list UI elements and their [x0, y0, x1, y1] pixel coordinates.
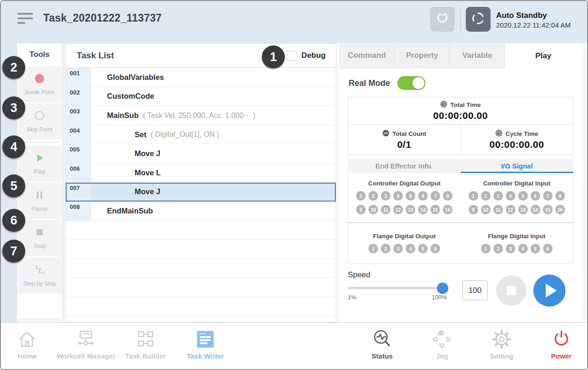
tab-variable[interactable]: Variable: [450, 43, 505, 68]
io-signal-indicator: 11: [493, 205, 503, 214]
task-row[interactable]: 001GlobalVariables: [66, 68, 336, 87]
header-bar: Task_20201222_113737 Auto Standby 2020.: [1, 1, 587, 43]
io-signal-indicator: 1: [356, 191, 366, 201]
play-run-button[interactable]: [533, 275, 565, 307]
callout-badge-5: 5: [2, 174, 25, 197]
io-signal-indicator: 4: [506, 191, 515, 201]
builder-icon: [111, 328, 180, 351]
speed-scale: 1% 100%: [348, 294, 447, 301]
gripper-tool-button[interactable]: [430, 7, 455, 32]
task-row-selected[interactable]: 007Move J: [66, 183, 336, 202]
tab-command[interactable]: Command: [339, 43, 395, 68]
debug-toggle[interactable]: Debug: [287, 50, 336, 61]
io-signal-indicator: 4: [406, 244, 415, 253]
step-by-step-button[interactable]: Step by Step: [17, 257, 62, 293]
task-list-title: Task List: [66, 50, 287, 61]
nav-jog[interactable]: Jog: [407, 328, 476, 360]
total-time-value: 00:00:00.00: [433, 110, 488, 121]
io-signal-box: Controller Digital Output123456789101112…: [348, 173, 573, 264]
robot-mode-label: Auto Standby: [496, 11, 571, 21]
nav-task-builder[interactable]: Task Builder: [111, 328, 180, 360]
tab-play[interactable]: Play: [505, 43, 582, 68]
debug-checkbox[interactable]: [287, 50, 297, 61]
task-row[interactable]: 003MainSub( Task Vel. 250.000, Acc. 1.00…: [66, 106, 336, 125]
task-row[interactable]: 005Move J: [66, 144, 336, 163]
counter-icon: 123: [382, 129, 390, 138]
row-number: 003: [66, 106, 91, 125]
io-signal-indicator: 4: [518, 244, 528, 253]
callout-badge-4: 4: [2, 135, 25, 158]
io-signal-indicator: 5: [518, 191, 528, 201]
toggle-knob: [413, 77, 424, 89]
io-signal-indicator: 10: [368, 205, 378, 214]
subtab-end-effector-info[interactable]: End Effector Info.: [348, 159, 461, 173]
speed-input[interactable]: [462, 280, 488, 300]
gripper-icon: [435, 11, 450, 28]
row-number: 002: [66, 87, 91, 106]
task-list-header: Task List Debug: [66, 44, 336, 68]
nav-status[interactable]: Status: [348, 328, 417, 360]
nav-label: Power: [527, 352, 588, 360]
stop-run-button[interactable]: [496, 275, 526, 306]
io-signal-indicator: 1: [481, 244, 491, 253]
io-signal-indicator: 5: [531, 244, 540, 253]
row-number: 001: [66, 68, 91, 87]
task-row[interactable]: 008EndMainSub: [66, 202, 336, 221]
task-row[interactable]: 006Move L: [66, 163, 336, 183]
robot-mode-button[interactable]: [466, 7, 491, 32]
task-row[interactable]: 002CustomCode: [66, 87, 336, 107]
io-subtabs: End Effector Info.I/O Signal: [348, 159, 573, 173]
empty-row[interactable]: [66, 297, 336, 315]
empty-row[interactable]: [66, 278, 336, 297]
speed-slider-track[interactable]: [348, 287, 447, 289]
row-number: 005: [66, 144, 91, 163]
nav-setting[interactable]: Setting: [467, 328, 536, 360]
task-title: Task_20201222_113737: [43, 12, 162, 24]
io-signal-indicator: 3: [506, 244, 515, 253]
empty-row[interactable]: [66, 221, 336, 240]
row-number: 008: [66, 202, 91, 220]
real-mode-toggle[interactable]: [397, 76, 425, 90]
subtab-i-o-signal[interactable]: I/O Signal: [461, 159, 574, 173]
empty-row[interactable]: [66, 240, 336, 258]
io-signal-indicator: 7: [430, 191, 440, 201]
real-mode-row: Real Mode: [339, 68, 582, 95]
task-row[interactable]: 004Set( Digital_Out[1], ON ): [66, 125, 336, 145]
io-signal-indicator: 15: [430, 205, 440, 214]
svg-text:123: 123: [384, 132, 388, 135]
left-gutter: [1, 1, 17, 323]
command-name: EndMainSub: [107, 207, 153, 215]
tab-property[interactable]: Property: [395, 43, 450, 68]
tool-label: Break Point: [25, 89, 55, 95]
io-group-controller-digital-input: Controller Digital Input1234567891011121…: [461, 180, 573, 214]
io-signal-indicator: 9: [356, 205, 366, 214]
stop-icon: [34, 227, 45, 240]
cycle-time-label: Cycle Time: [505, 130, 538, 137]
hamburger-menu-icon[interactable]: [17, 13, 33, 26]
speed-slider-handle[interactable]: [437, 282, 448, 294]
writer-icon: [171, 328, 240, 351]
metrics-table: Total Time 00:00:00.00 123 Total Count 0…: [348, 97, 573, 155]
io-section: Controller Digital Output123456789101112…: [348, 173, 573, 222]
io-signal-indicator: 1: [368, 244, 378, 253]
tool-label: Step by Step: [23, 280, 56, 287]
io-signal-indicator: 10: [481, 205, 491, 214]
row-number: 006: [66, 163, 91, 182]
nav-label: Jog: [407, 352, 476, 360]
io-signal-indicator: 2: [493, 244, 503, 253]
right-panel-tabs: CommandPropertyVariablePlay: [339, 43, 582, 68]
empty-row[interactable]: [66, 259, 336, 278]
nav-workcell-manager[interactable]: Workcell Manager: [51, 328, 120, 360]
tool-label: Stop: [34, 243, 45, 249]
io-signal-indicator: 3: [381, 191, 390, 201]
stop-icon: [507, 286, 516, 295]
io-signal-indicator: 5: [418, 244, 428, 253]
datetime-label: 2020.12.22 11:42:04 AM: [496, 21, 571, 30]
io-signal-indicator: 2: [381, 244, 390, 253]
io-signal-indicator: 6: [531, 191, 540, 201]
nav-label: Task Writer: [171, 352, 240, 360]
nav-task-writer[interactable]: Task Writer: [171, 328, 240, 360]
setting-icon: [467, 328, 536, 351]
nav-power[interactable]: Power: [527, 328, 588, 360]
command-name: Move J: [135, 187, 160, 196]
